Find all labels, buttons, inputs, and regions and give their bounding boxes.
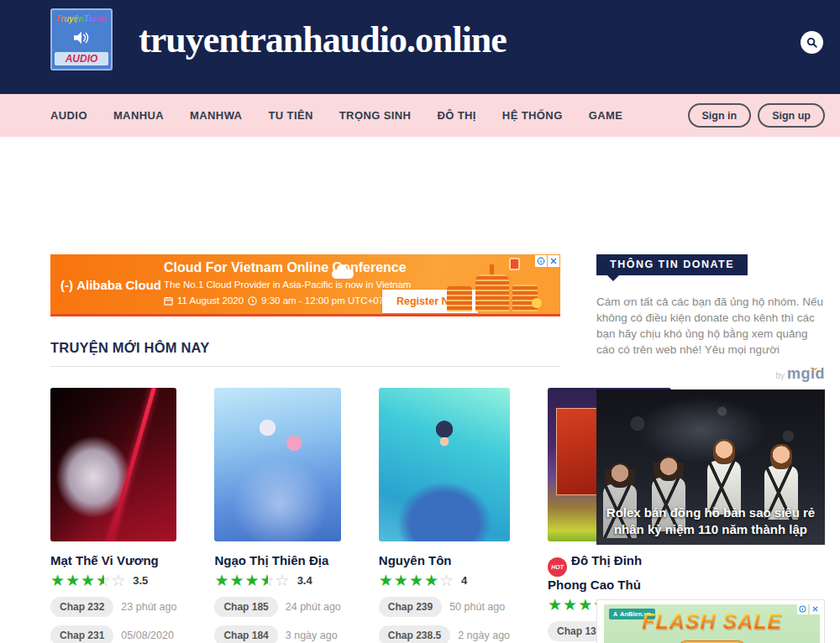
chapter-row: Chap 231 05/08/2020	[50, 625, 176, 643]
ad-info-icon[interactable]	[535, 255, 547, 267]
cloud-illustration	[332, 269, 354, 279]
mgid-logo: mgid	[787, 365, 825, 382]
rating: ★★★☆★☆ 3.5	[50, 572, 176, 588]
native-ad-caption: Rolex bán đồng hồ bản sao siêu rẻ nhân k…	[596, 504, 825, 538]
nav-item-game[interactable]: GAME	[589, 109, 623, 122]
tree-illustration	[532, 298, 542, 308]
section-title: TRUYỆN MỚI HÔM NAY	[50, 340, 209, 356]
chapter-link[interactable]: Chap 184	[214, 625, 277, 643]
ad-info-icon[interactable]	[797, 604, 808, 614]
nav-item-trong-sinh[interactable]: TRỌNG SINH	[339, 109, 412, 122]
header: TruyệnTranh AUDIO truyentranhaudio.onlin…	[0, 0, 840, 94]
comic-card: Nguyên Tôn ★★★★☆ 4 Chap 239 50 phút ago …	[379, 388, 510, 643]
search-button[interactable]	[801, 31, 823, 54]
chapter-link[interactable]: Chap 232	[50, 597, 113, 617]
chapter-row: Chap 185 24 phút ago	[214, 597, 340, 617]
speaker-icon	[72, 30, 91, 45]
ad-controls	[797, 604, 821, 614]
nav-item-do-thi[interactable]: ĐÔ THỊ	[437, 109, 475, 122]
flash-sale-creative: AnBien.vn FLASH SALE XEM NGAY	[604, 604, 820, 643]
comic-card: Mạt Thế Vi Vương ★★★☆★☆ 3.5 Chap 232 23 …	[50, 388, 176, 643]
chapter-row: Chap 238.5 2 ngày ago	[379, 625, 510, 643]
auth-buttons: Sign in Sign up	[688, 103, 826, 128]
chapter-link[interactable]: Chap 239	[379, 597, 442, 617]
chapter-row: Chap 239 50 phút ago	[379, 597, 510, 617]
site-title[interactable]: truyentranhaudio.online	[139, 18, 507, 61]
rating-value: 3.5	[133, 574, 148, 587]
comic-card: Ngạo Thị Thiên Địa ★★★☆★☆ 3.4 Chap 185 2…	[214, 388, 340, 643]
section-divider	[50, 366, 560, 367]
hot-badge: HOT	[548, 557, 567, 577]
ad-subline: The No.1 Cloud Provider in Asia-Pacific …	[164, 280, 411, 290]
nav-item-tu-tien[interactable]: TU TIÊN	[268, 109, 312, 122]
nav-item-audio[interactable]: AUDIO	[50, 109, 87, 122]
chapter-link[interactable]: Chap 231	[50, 625, 113, 643]
chapter-time: 24 phút ago	[286, 601, 341, 613]
ad-controls	[535, 255, 559, 267]
nav-item-manhwa[interactable]: MANHWA	[190, 109, 242, 122]
rating: ★★★☆★☆ 3.4	[214, 572, 340, 588]
nav-item-he-thong[interactable]: HỆ THỐNG	[502, 109, 563, 122]
chapter-row: Chap 232 23 phút ago	[50, 597, 176, 617]
star-rating: ★★★☆★☆	[214, 572, 290, 588]
donate-text: Cám ơn tất cả các bạn đã ủng hộ nhóm. Nế…	[596, 294, 825, 358]
star-rating: ★★★☆★☆	[50, 572, 126, 588]
ad-time: 9:30 am - 12:00 pm UTC+07:00	[261, 295, 397, 306]
ad-headline: Cloud For Vietnam Online Conference	[164, 260, 407, 275]
rating: ★★★★☆ 4	[379, 572, 510, 588]
rating-value: 4	[461, 574, 467, 587]
site-logo[interactable]: TruyệnTranh AUDIO	[50, 8, 113, 71]
nav-item-manhua[interactable]: MANHUA	[113, 109, 164, 122]
chapter-row: Chap 184 3 ngày ago	[214, 625, 340, 643]
flash-sale-title: FLASH SALE	[604, 609, 820, 634]
sidebar: THÔNG TIN DONATE Cám ơn tất cả các bạn đ…	[596, 254, 825, 643]
rating-value: 3.4	[297, 574, 312, 587]
clock-icon	[248, 296, 257, 306]
chapter-time: 3 ngày ago	[286, 630, 338, 641]
calendar-icon	[164, 296, 173, 306]
mgid-by-label: by	[775, 371, 785, 380]
alibaba-cloud-logo: (-) Alibaba Cloud	[60, 278, 161, 292]
comic-title[interactable]: Ngạo Thị Thiên Địa	[214, 552, 340, 569]
chapter-link[interactable]: Chap 185	[214, 597, 277, 617]
chapter-link[interactable]: Chap 238.5	[379, 625, 450, 643]
comic-title[interactable]: Mạt Thế Vi Vương	[50, 552, 176, 569]
native-ad-image[interactable]: Rolex bán đồng hồ bản sao siêu rẻ nhân k…	[596, 389, 825, 545]
ad-close-icon[interactable]	[810, 604, 821, 614]
sign-in-button[interactable]: Sign in	[688, 103, 752, 128]
comic-title[interactable]: Nguyên Tôn	[379, 552, 510, 569]
comic-cover[interactable]	[50, 388, 176, 541]
mgid-attribution[interactable]: bymgid	[596, 365, 825, 383]
chapter-time: 2 ngày ago	[458, 630, 510, 641]
flash-sale-ad[interactable]: AnBien.vn FLASH SALE XEM NGAY	[596, 599, 825, 643]
donate-heading: THÔNG TIN DONATE	[596, 254, 748, 275]
ad-date: 11 August 2020	[177, 295, 244, 306]
main-nav: AUDIO MANHUA MANHWA TU TIÊN TRỌNG SINH Đ…	[0, 94, 840, 137]
star-rating: ★★★★☆	[379, 572, 454, 588]
city-illustration	[447, 268, 543, 311]
sign-up-button[interactable]: Sign up	[758, 103, 825, 128]
page: TruyệnTranh AUDIO truyentranhaudio.onlin…	[0, 0, 840, 643]
chapter-time: 05/08/2020	[121, 630, 174, 641]
ad-close-icon[interactable]	[548, 255, 559, 267]
comic-cover[interactable]	[214, 388, 340, 541]
chapter-time: 50 phút ago	[449, 601, 505, 613]
comic-grid: Mạt Thế Vi Vương ★★★☆★☆ 3.5 Chap 232 23 …	[50, 388, 560, 643]
logo-text: TruyệnTranh	[56, 14, 108, 24]
search-icon	[806, 36, 818, 49]
logo-audio-label: AUDIO	[55, 52, 108, 65]
comic-cover[interactable]	[379, 388, 510, 541]
alibaba-cloud-ad-banner[interactable]: (-) Alibaba Cloud Cloud For Vietnam Onli…	[50, 254, 560, 316]
ad-date-time: 11 August 2020 9:30 am - 12:00 pm UTC+07…	[164, 295, 397, 306]
chapter-time: 23 phút ago	[121, 601, 176, 613]
